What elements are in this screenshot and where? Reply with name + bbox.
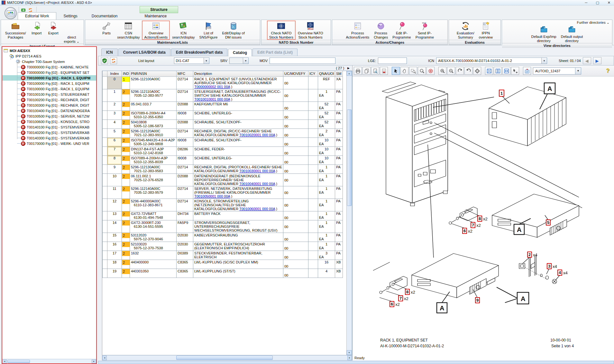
process-actions-events-button[interactable]: Process Actions/Events [344,21,371,40]
rotate-cw-button[interactable] [456,67,464,75]
bottom-scrollbar-strip[interactable] [98,361,614,364]
tree-item-6[interactable]: DT00100200 Fig [01] - RECHNER, DIGIT [2,97,96,102]
direct-exports-button[interactable]: direct exports ⌄ [62,21,81,44]
tree-item-2[interactable]: DT00100000 Fig [01] - RACK 1, EQUIPM [2,75,96,81]
pdf-export-button[interactable] [380,67,388,75]
autoid-select[interactable]: AUTOID_12437▼ [533,67,581,75]
icn-select[interactable]: AIESXX-K-T00100000-M-D2714-01032-A-01-2▼ [436,58,547,64]
next-sheet-button[interactable]: ▶ [593,57,601,64]
tree-item-0[interactable]: DT00000000 Fig [01] - KABINE, NICHTE [2,64,96,70]
lge-input[interactable] [378,58,407,64]
column-header-index[interactable]: Index [107,71,122,76]
send-ip-programme-button[interactable]: sendSend IP- Programme [414,21,436,40]
scroll-left-icon[interactable]: ◄ [102,356,107,360]
tab-catalog[interactable]: Catalog [228,49,252,56]
catalog-link[interactable]: T0000000002 001 00A [194,85,230,89]
tree-item-13[interactable]: DT00140300 Fig [01] - SYSTEMVERKAB [2,135,96,141]
further-directories-button[interactable]: Further directories ⌄ [577,21,609,25]
tree-item-10[interactable]: DT00100600 Fig [01] - KONSOLE, STRO [2,119,96,124]
previous-sheet-button[interactable]: ◀ [583,57,591,64]
process-changes-button[interactable]: Process Changes [372,21,390,40]
zoom-select-button[interactable] [409,67,417,75]
tree-node-ipp[interactable]: IPP D2714 AIES [2,53,96,59]
edit-display-dm-issues-button[interactable]: Edit/Display of DM issues [220,21,246,40]
maximize-button[interactable]: ▢ [594,1,601,5]
srv-select[interactable]: ▼ [229,58,249,64]
ribbon-tab-documentation[interactable]: Documentation [85,13,125,20]
edit-ip-programme-button[interactable]: Edit IP- Programme [390,21,413,40]
catalog-link[interactable]: T0010060001 000 00A [239,207,275,211]
scroll-down-icon[interactable]: ▼ [347,350,352,355]
help-icon[interactable]: ? [606,67,613,74]
tree-item-8[interactable]: DT00100400 Fig [01] - DATENENDGERA [2,108,96,113]
table-row[interactable]: 525296-112120A00C7021-12-383-9910D2714RE… [103,129,343,138]
magnifier-button[interactable] [418,67,426,75]
mov-input[interactable] [270,58,335,64]
table-row[interactable]: 1721632D0389STECKVERBINDER, FESTMONTIERB… [103,251,343,260]
column-header-qna-uoi[interactable]: QNA/UOI [318,71,335,76]
zoom-out-button[interactable] [447,67,455,75]
scroll-left-icon[interactable]: ◄ [2,360,7,363]
list-layout-select[interactable]: DI1-CAT▼ [174,58,209,64]
check-nato-stock-numbers-button[interactable]: Check NATO Stock Numbers [267,21,295,40]
fit-width-button[interactable] [502,67,510,75]
close-button[interactable]: ✕ [606,1,612,5]
table-row[interactable]: 132GXT2-72VBATT6130-01-494-7548DH734BATT… [103,211,343,220]
column-header-pnr-nsn[interactable]: PNR/NSN [130,71,177,76]
table-row[interactable]: 32ISO7089-6-200HV-A45310-12-355-6350I900… [103,111,343,120]
table-row[interactable]: 72DIN137-B4-FST-A3P5310-12-142-8168D8286… [103,146,343,155]
zoom-in-button[interactable] [438,67,446,75]
validate-button[interactable] [101,57,108,64]
table-row[interactable]: 2205.041.033.7D2088KAEFIGMUTTER M60052EA… [103,102,343,111]
tree-item-3[interactable]: DT00100000 Fig [02] - RACK 1, EQUIPM [2,81,96,86]
overview-actions-events-button[interactable]: Overview Actions/Events [142,21,170,40]
tree-root-moi-aiesxx[interactable]: MOI AIESXX [2,48,96,53]
rotate-ccw-button[interactable] [464,67,472,75]
list-of-sns-figure-button[interactable]: ListList of SNS/Figure [197,21,220,40]
parts-button[interactable]: Parts [98,21,115,36]
tree-item-11[interactable]: DT00140100 Fig [01] - SYSTEMVERKAB [2,124,96,130]
column-header-uc-movefy[interactable]: UC/MOVEFY [283,71,308,76]
import-button[interactable]: Import [29,21,45,36]
catalog-link[interactable]: T0010050001 000 00A [194,194,230,198]
default-output-directory-button[interactable]: Default output directory [559,24,585,43]
table-row[interactable]: 62ISO7045-M4X20-4.8-H-A2P5305-12-349-980… [103,138,343,146]
matconf-logo-button[interactable]: MATCONF [5,7,17,19]
catalog-link[interactable]: T0010040001 000 00A [239,182,275,186]
successions-packages-button[interactable]: Successions/ Packages [3,21,28,40]
fit-page-button[interactable] [485,67,493,75]
table-row[interactable]: 10206.111.002.17025-12-376-6528D2088DATE… [103,173,343,186]
ribbon-tab-settings[interactable]: Settings [56,13,84,20]
redline-button[interactable] [426,67,435,75]
table-row[interactable]: 1225296-440000A00C6110-12-383-8671D2714K… [103,199,343,211]
diamond-view-button[interactable] [473,67,481,75]
select-cursor-button[interactable] [392,67,400,75]
ippn-overview-button[interactable]: IPPN overview [477,21,495,40]
refresh-list-button[interactable] [110,57,117,64]
splitter-collapse-icon[interactable]: ▶ [347,67,350,70]
tree-item-4[interactable]: DT00100000 Fig [03] - RACK 1, EQUIPM [2,86,96,92]
evaluation-summary-button[interactable]: Evaluation/ Summary [455,21,476,40]
column-header-sm[interactable]: SM [335,71,343,76]
tab-edit-breakdown-part-data[interactable]: Edit Breakdown/Part data [171,49,227,56]
table-vertical-scrollbar[interactable]: ▲ ▼ [346,71,352,355]
print-button[interactable] [354,67,362,75]
table-row[interactable]: 182440400000C8365LWL-KUPPLUNG (SC/SC DUP… [103,260,343,269]
scroll-right-icon[interactable]: ► [347,356,352,360]
illustration-canvas[interactable]: 1 A [353,76,614,355]
table-row[interactable]: 925296-112130A00C7021-12-383-9583D2714RE… [103,164,343,173]
catalog-link[interactable]: T0010010001 000 00A [194,97,230,101]
table-horizontal-scrollbar[interactable]: ◄ ► [102,355,352,360]
table-row[interactable]: 142GXT2-3000RT-2306130-14-551-5595FA5P9S… [103,220,343,233]
catalog-link[interactable]: T0010030001 000 00A [239,169,275,173]
column-header-description[interactable]: Description [193,71,283,76]
table-row[interactable]: 015296-112100A00CD2714RACK 1, EQUIPMENT … [103,76,343,89]
csn-search-display-button[interactable]: CSN search/display [115,21,142,40]
tree-item-12[interactable]: DT00140200 Fig [01] - SYSTEMVERKAB [2,130,96,135]
overview-nato-stock-numbers-button[interactable]: IPP ListOverview NATO Stock Numbers [296,21,325,40]
tree-item-14[interactable]: DT00170000 Fig [01] - WERK- UND VER [2,141,96,146]
tree-item-1[interactable]: DT00000000 Fig [02] - EQUIPMENT SET [2,70,96,75]
catalog-link[interactable]: T0010020001 000 00A [239,133,275,137]
default-expimp-directory-button[interactable]: Default Exp/Imp directory [529,24,558,43]
export-button[interactable]: Export [45,21,61,36]
